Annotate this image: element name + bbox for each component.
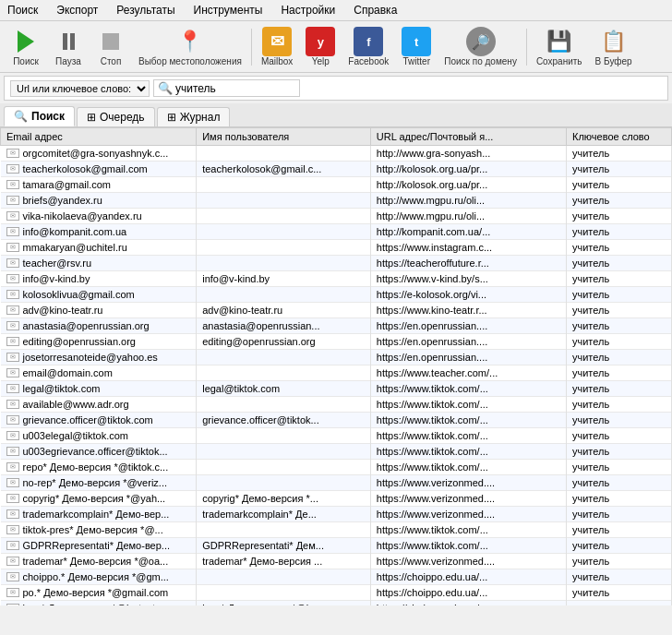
table-row[interactable]: ✉tiktok-pres* Демо-версия *@...https://w…: [1, 522, 672, 538]
tab-queue[interactable]: ⊞ Очередь: [77, 107, 155, 126]
tab-search-icon: 🔍: [14, 110, 28, 123]
table-row[interactable]: ✉repo* Демо-версия *@tiktok.c...https://…: [1, 460, 672, 475]
table-row[interactable]: ✉u003elegal@tiktok.comhttps://www.tiktok…: [1, 428, 672, 444]
table-row[interactable]: ✉josetorresanoteide@yahoo.eshttps://en.o…: [1, 350, 672, 365]
save-button[interactable]: 💾 Сохранить: [531, 25, 588, 68]
results-table-wrap[interactable]: Email адрес Имя пользователя URL адрес/П…: [0, 127, 672, 605]
url-cell: https://www.tiktok.com/...: [370, 538, 566, 554]
search-type-select[interactable]: Url или ключевое слово:: [10, 80, 150, 97]
table-row[interactable]: ✉copyrig* Демо-версия *@yah...copyrig* Д…: [1, 491, 672, 507]
domain-search-label: Поиск по домену: [444, 56, 517, 66]
email-icon: ✉: [6, 462, 19, 472]
username-cell: trademarkcomplain* Де...: [197, 507, 371, 522]
table-row[interactable]: ✉no-rep* Демо-версия *@veriz...https://w…: [1, 475, 672, 491]
twitter-button[interactable]: t Twitter: [396, 25, 437, 68]
tab-journal-icon: ⊞: [167, 111, 176, 124]
url-cell: https://www.instagram.c...: [370, 240, 566, 256]
username-cell: teacherkolosok@gmail.c...: [197, 162, 371, 177]
table-row[interactable]: ✉u003egrievance.officer@tiktok...https:/…: [1, 444, 672, 460]
email-icon: ✉: [6, 415, 19, 425]
table-row[interactable]: ✉briefs@yandex.ruhttp://www.mgpu.ru/oli.…: [1, 193, 672, 209]
buffer-button[interactable]: 📋 В Буфер: [590, 25, 638, 68]
table-row[interactable]: ✉mmakaryan@uchitel.ruhttps://www.instagr…: [1, 240, 672, 256]
keyword-cell: учитель: [566, 381, 671, 397]
username-cell: copyrig* Демо-версия *...: [197, 491, 371, 507]
pause-button[interactable]: Пауза: [48, 25, 89, 68]
keyword-cell: учитель: [566, 146, 671, 162]
yelp-button[interactable]: y Yelp: [300, 25, 341, 68]
table-row[interactable]: ✉trademar* Демо-версия *@oa...trademar* …: [1, 554, 672, 569]
username-cell: [197, 460, 371, 475]
username-cell: [197, 224, 371, 240]
table-row[interactable]: ✉orgcomitet@gra-sonyashnyk.c...http://ww…: [1, 146, 672, 162]
col-email[interactable]: Email адрес: [1, 128, 197, 146]
table-row[interactable]: ✉GDPRRepresentati* Демо-вер...GDPRRepres…: [1, 538, 672, 554]
menu-export[interactable]: Экспорт: [53, 2, 102, 18]
email-value: info@v-kind.by: [23, 273, 90, 284]
col-keyword[interactable]: Ключевое слово: [566, 128, 671, 146]
table-row[interactable]: ✉info@v-kind.byinfo@v-kind.byhttps://www…: [1, 271, 672, 287]
location-button[interactable]: 📍 Выбор местоположения: [133, 25, 247, 68]
stop-button[interactable]: Стоп: [90, 25, 131, 68]
email-value: u003elegal@tiktok.com: [23, 430, 129, 441]
search-button[interactable]: Поиск: [6, 25, 46, 68]
email-value: kolosoklivua@gmail.com: [23, 289, 135, 300]
email-icon: ✉: [6, 211, 19, 221]
tabs-bar: 🔍 Поиск ⊞ Очередь ⊞ Журнал: [0, 103, 672, 127]
table-row[interactable]: ✉adv@kino-teatr.ruadv@kino-teatr.ruhttps…: [1, 303, 672, 318]
searchbar: Url или ключевое слово: 🔍: [4, 76, 668, 101]
menu-results[interactable]: Результаты: [113, 2, 178, 18]
table-row[interactable]: ✉tamara@gmail.comhttp://kolosok.org.ua/p…: [1, 177, 672, 193]
keyword-cell: учитель: [566, 256, 671, 271]
table-row[interactable]: ✉legal@tiktok.comlegal@tiktok.comhttps:/…: [1, 381, 672, 397]
table-row[interactable]: ✉editing@openrussian.orgediting@openruss…: [1, 334, 672, 350]
table-row[interactable]: ✉teacher@rsv.ruhttps://teacheroffuture.r…: [1, 256, 672, 271]
email-icon: ✉: [6, 306, 19, 315]
username-cell: [197, 193, 371, 209]
keyword-cell: учитель: [566, 240, 671, 256]
search-input[interactable]: [175, 82, 295, 95]
username-cell: info@v-kind.by: [197, 271, 371, 287]
table-header-row: Email адрес Имя пользователя URL адрес/П…: [1, 128, 672, 146]
menu-search[interactable]: Поиск: [4, 2, 42, 18]
username-cell: editing@openrussian.org: [197, 334, 371, 350]
facebook-label: Facebook: [348, 56, 389, 66]
facebook-button[interactable]: f Facebook: [342, 25, 394, 68]
email-value: email@domain.com: [23, 367, 113, 378]
menu-settings[interactable]: Настройки: [277, 2, 339, 18]
email-icon: ✉: [6, 353, 19, 362]
email-icon: ✉: [6, 149, 19, 158]
username-cell: GDPRRepresentati* Дем...: [197, 538, 371, 554]
table-row[interactable]: ✉kolosoklivua@gmail.comhttps://e-kolosok…: [1, 287, 672, 303]
url-cell: https://www.verizonmed....: [370, 475, 566, 491]
mailbox-button[interactable]: ✉ Mailbox: [256, 25, 298, 68]
email-icon: ✉: [6, 227, 19, 236]
table-row[interactable]: ✉vika-nikolaeva@yandex.ruhttp://www.mgpu…: [1, 209, 672, 224]
table-row[interactable]: ✉anastasia@openrussian.organastasia@open…: [1, 318, 672, 334]
email-value: orgcomitet@gra-sonyashnyk.c...: [23, 148, 169, 159]
email-icon: ✉: [6, 509, 19, 519]
email-icon: ✉: [6, 290, 19, 299]
username-cell: [197, 428, 371, 444]
table-row[interactable]: ✉po.* Демо-версия *@gmail.comhttps://cho…: [1, 585, 672, 601]
col-url[interactable]: URL адрес/Почтовый я...: [370, 128, 566, 146]
table-row[interactable]: ✉email@domain.comhttps://www.teacher.com…: [1, 365, 672, 381]
keyword-cell: учитель: [566, 554, 671, 569]
table-row[interactable]: ✉grievance.officer@tiktok.comgrievance.o…: [1, 413, 672, 428]
col-username[interactable]: Имя пользователя: [197, 128, 371, 146]
tab-search[interactable]: 🔍 Поиск: [4, 106, 75, 126]
username-cell: [197, 146, 371, 162]
table-row[interactable]: ✉info@kompanit.com.uahttp://kompanit.com…: [1, 224, 672, 240]
table-row[interactable]: ✉teacherkolosok@gmail.comteacherkolosok@…: [1, 162, 672, 177]
table-row[interactable]: ✉krcz* Демо-версия *@kv.testn...krcz* Де…: [1, 601, 672, 606]
table-row[interactable]: ✉choippo.* Демо-версия *@gm...https://ch…: [1, 569, 672, 585]
email-value: josetorresanoteide@yahoo.es: [23, 352, 158, 363]
menu-tools[interactable]: Инструменты: [190, 2, 267, 18]
mailbox-icon: ✉: [262, 27, 292, 56]
domain-search-button[interactable]: 🔎 Поиск по домену: [438, 25, 522, 68]
menu-help[interactable]: Справка: [350, 2, 401, 18]
table-row[interactable]: ✉available@www.adr.orghttps://www.tiktok…: [1, 397, 672, 413]
url-cell: https://www.kino-teatr.r...: [370, 303, 566, 318]
tab-journal[interactable]: ⊞ Журнал: [157, 107, 231, 126]
table-row[interactable]: ✉trademarkcomplain* Демо-вер...trademark…: [1, 507, 672, 522]
